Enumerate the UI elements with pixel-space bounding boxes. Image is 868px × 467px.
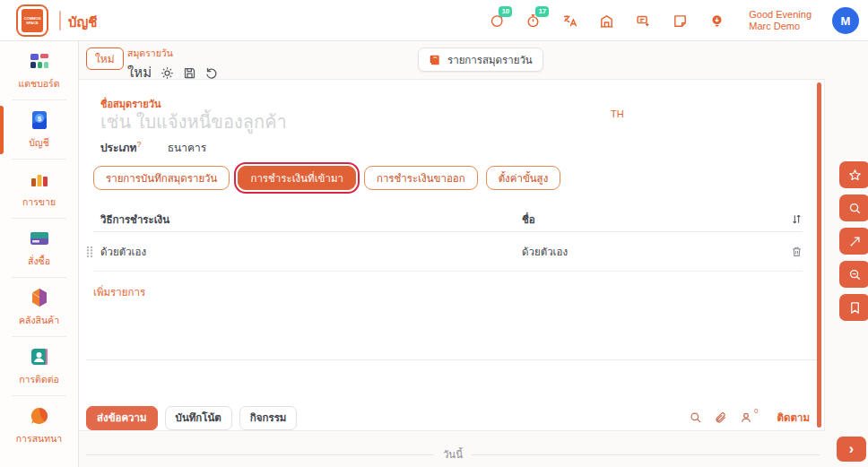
inventory-icon (29, 287, 50, 308)
activities-button[interactable]: กิจกรรม (239, 406, 298, 430)
side-tool-rail (839, 161, 868, 321)
save-icon[interactable] (183, 66, 196, 80)
bulb-icon[interactable] (708, 13, 725, 29)
delete-row-icon[interactable] (785, 246, 803, 257)
add-line-link[interactable]: เพิ่มรายการ (93, 284, 145, 300)
vertical-scrollbar[interactable] (817, 82, 821, 428)
journal-name-input[interactable] (100, 108, 603, 135)
payment-methods-table: วิธีการชำระเงิน ชื่อ ด้วยตัวเอง ด้วยตัวเ… (93, 207, 803, 300)
next-page-button[interactable]: › (837, 437, 866, 462)
discard-icon[interactable] (205, 66, 219, 80)
drag-handle-icon[interactable] (86, 246, 99, 258)
app-logo[interactable]: COMMON SPACE (16, 4, 48, 37)
notebook-tabs: รายการบันทึกสมุดรายวัน การชำระเงินที่เข้… (93, 166, 560, 190)
table-row[interactable]: ด้วยตัวเอง ด้วยตัวเอง (93, 232, 803, 272)
form-card: ชื่อสมุดรายวัน TH ประเภท? ธนาคาร รายการบ… (79, 79, 825, 431)
widget-icon[interactable] (635, 13, 651, 29)
breadcrumb: สมุดรายวัน ใหม่ (127, 46, 219, 83)
zoom-out-icon[interactable] (839, 261, 868, 288)
sidebar-item-label: แดชบอร์ด (18, 76, 59, 91)
bookmark-icon[interactable] (839, 294, 868, 321)
sidebar-item-label: การติดต่อ (19, 372, 59, 387)
tab-advanced-settings[interactable]: ตั้งค่าขั้นสูง (486, 166, 561, 190)
send-message-button[interactable]: ส่งข้อความ (86, 406, 158, 430)
greeting-line2: Marc Demo (749, 21, 812, 32)
app-sidebar: แดชบอร์ด $ บัญชี การขาย สั่งซื้อ คลังสิน… (0, 41, 79, 467)
sidebar-item-label: การขาย (22, 195, 56, 210)
sidebar-item-discuss[interactable]: การสนทนา (0, 396, 78, 455)
follow-button[interactable]: ติดตาม (777, 410, 810, 426)
dashboard-icon (29, 50, 50, 72)
column-header-name[interactable]: ชื่อ (522, 212, 785, 228)
type-label: ประเภท (100, 142, 136, 154)
type-field-row: ประเภท? ธนาคาร (100, 139, 206, 156)
tab-journal-entries[interactable]: รายการบันทึกสมุดรายวัน (93, 166, 230, 190)
page-title: บัญชี (68, 12, 97, 33)
top-header: COMMON SPACE บัญชี 10 17 (0, 0, 868, 41)
svg-text:$: $ (37, 115, 41, 123)
form-chatter-divider (86, 359, 817, 360)
bank-icon[interactable] (598, 13, 614, 29)
sidebar-item-purchase[interactable]: สั่งซื้อ (0, 219, 78, 278)
sidebar-item-dashboard[interactable]: แดชบอร์ด (0, 41, 78, 100)
discuss-icon (29, 405, 50, 427)
chatter-bar: ส่งข้อความ บันทึกโน้ต กิจกรรม 0 ติดตาม (86, 404, 810, 431)
book-icon (429, 54, 441, 66)
breadcrumb-journal-link[interactable]: สมุดรายวัน (127, 46, 219, 61)
expand-icon[interactable] (839, 228, 868, 255)
gear-icon[interactable] (161, 66, 174, 80)
header-divider (59, 11, 61, 30)
tab-incoming-payments[interactable]: การชำระเงินที่เข้ามา (238, 166, 356, 190)
timer-icon[interactable]: 17 (525, 13, 541, 29)
journal-entries-button[interactable]: รายการสมุดรายวัน (418, 48, 543, 72)
greeting-line1: Good Evening (749, 9, 812, 21)
sidebar-item-inventory[interactable]: คลังสินค้า (0, 278, 78, 337)
journal-entries-label: รายการสมุดรายวัน (447, 52, 533, 68)
sidebar-item-accounting[interactable]: $ บัญชี (0, 100, 78, 160)
language-badge[interactable]: TH (611, 108, 624, 119)
sidebar-item-label: คลังสินค้า (19, 313, 59, 328)
optional-columns-icon[interactable] (785, 213, 803, 225)
today-divider: วันนี้ (86, 446, 820, 463)
logo-text: COMMON SPACE (22, 9, 43, 32)
sidebar-item-label: สั่งซื้อ (28, 254, 50, 269)
search-messages-icon[interactable] (690, 411, 703, 425)
type-help-icon[interactable]: ? (136, 140, 141, 149)
app-window: COMMON SPACE บัญชี 10 17 (0, 0, 868, 467)
user-greeting[interactable]: Good Evening Marc Demo (749, 9, 812, 32)
note-icon[interactable] (672, 13, 688, 29)
type-value-select[interactable]: ธนาคาร (168, 142, 206, 154)
chat-icon[interactable]: 10 (488, 13, 504, 29)
star-icon[interactable] (839, 161, 868, 188)
accounting-icon: $ (29, 109, 50, 131)
new-button[interactable]: ใหม่ (86, 48, 124, 70)
followers-count: 0 (754, 407, 758, 415)
sales-icon (29, 169, 50, 190)
messages-badge: 10 (499, 6, 512, 17)
main-area: ใหม่ สมุดรายวัน ใหม่ รายการสมุดรายวัน (79, 41, 868, 467)
contacts-icon (29, 346, 50, 368)
user-avatar[interactable]: M (832, 7, 859, 34)
purchase-icon (29, 228, 50, 249)
followers-icon[interactable]: 0 (740, 411, 753, 425)
column-header-method[interactable]: วิธีการชำระเงิน (93, 212, 522, 228)
cell-name[interactable]: ด้วยตัวเอง (522, 244, 785, 260)
tab-outgoing-payments[interactable]: การชำระเงินขาออก (364, 166, 478, 190)
activities-badge: 17 (535, 6, 549, 17)
sidebar-item-label: บัญชี (29, 135, 49, 151)
search-icon[interactable] (839, 195, 868, 221)
today-label: วันนี้ (434, 446, 472, 463)
attachment-icon[interactable] (715, 411, 728, 425)
table-header-row: วิธีการชำระเงิน ชื่อ (93, 207, 803, 232)
cell-payment-method[interactable]: ด้วยตัวเอง (99, 244, 522, 260)
sidebar-item-sales[interactable]: การขาย (0, 160, 78, 219)
header-actions: 10 17 Good Evening Marc (488, 0, 859, 41)
sidebar-item-contacts[interactable]: การติดต่อ (0, 337, 78, 396)
sidebar-item-label: การสนทนา (16, 431, 62, 446)
log-note-button[interactable]: บันทึกโน้ต (165, 406, 232, 430)
translate-icon[interactable] (561, 13, 577, 29)
